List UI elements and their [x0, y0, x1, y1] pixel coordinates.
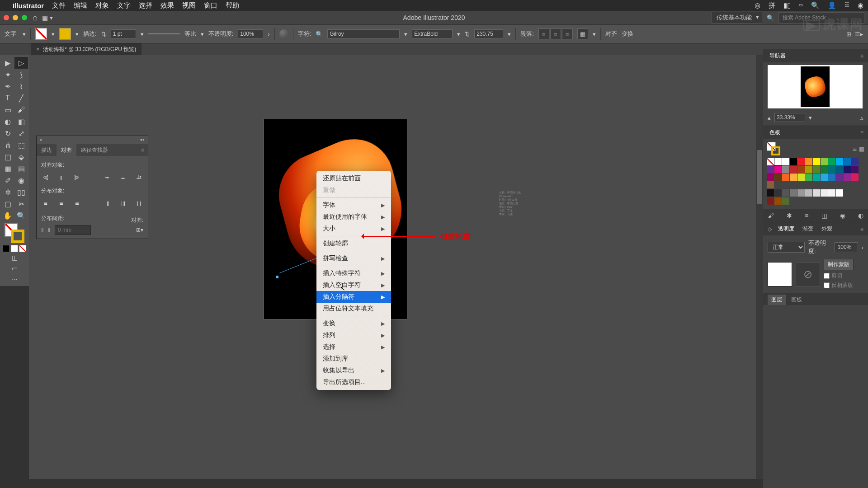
swatch[interactable] [774, 166, 782, 173]
arrange-documents-icon[interactable]: ▦ ▾ [42, 14, 53, 21]
dist-top-button[interactable]: ≡ [41, 197, 50, 208]
column-graph-tool-icon[interactable]: ▯▯ [14, 186, 28, 198]
canvas[interactable]: 名称：中国当代化ChineseArt时间：4月13日地址：中国上海策划：Pila… [29, 55, 763, 479]
gradient-tool-icon[interactable]: ▤ [14, 163, 28, 174]
swatch[interactable] [782, 197, 789, 205]
swatch[interactable] [836, 189, 843, 197]
align-right-button[interactable]: ⫸ [73, 172, 81, 183]
swatch[interactable] [821, 166, 828, 173]
swatch[interactable] [797, 166, 805, 173]
opacity-popup-icon[interactable]: › [268, 31, 269, 38]
swatch[interactable] [767, 174, 774, 181]
mask-thumbnail-none-icon[interactable]: ⊘ [796, 262, 820, 286]
swatch-none[interactable] [767, 158, 774, 165]
context-menu-item[interactable]: 收集以导出▶ [316, 365, 391, 376]
context-menu-item[interactable]: 最近使用的字体▶ [316, 211, 391, 223]
font-family-input[interactable] [327, 29, 400, 38]
eyedropper-tool-icon[interactable]: ✐ [1, 174, 14, 186]
swatches-grid[interactable] [767, 158, 864, 188]
swatch[interactable] [782, 174, 789, 181]
context-menu-item[interactable]: 导出所选项目... [316, 376, 391, 388]
input-method-icon[interactable]: 拼 [769, 1, 775, 10]
swatch[interactable] [813, 166, 820, 173]
swatch[interactable] [836, 174, 843, 181]
stroke-profile-preview[interactable] [148, 30, 180, 38]
spotlight-icon[interactable]: 🔍 [811, 1, 820, 9]
perspective-tool-icon[interactable]: ⬙ [14, 151, 28, 163]
dist-hspace-button[interactable]: ⫵ [48, 227, 50, 233]
preferences-icon[interactable]: ☰▸ [855, 31, 863, 38]
control-center-icon[interactable]: ⠿ [844, 1, 849, 9]
toolbox-stroke-swatch[interactable] [11, 230, 24, 243]
rectangle-tool-icon[interactable]: ▭ [1, 104, 14, 116]
stroke-swatch[interactable] [59, 28, 71, 40]
swatch[interactable] [767, 189, 774, 197]
context-menu-item[interactable]: 插入空白字符▶ [316, 279, 391, 291]
app-name[interactable]: Illustrator [13, 2, 44, 9]
swatch[interactable] [767, 166, 774, 173]
close-window-icon[interactable] [4, 15, 9, 20]
clip-checkbox[interactable] [824, 273, 830, 279]
context-menu-item[interactable]: 变换▶ [316, 318, 391, 329]
wifi-icon[interactable]: ⌔ [799, 2, 803, 9]
swatch[interactable] [851, 174, 859, 181]
swatch[interactable] [851, 158, 859, 165]
blend-tool-icon[interactable]: ◉ [14, 174, 28, 186]
transp-opacity-input[interactable] [835, 242, 858, 252]
swatches-gray-row[interactable] [767, 189, 864, 197]
menu-select[interactable]: 选择 [139, 1, 152, 10]
swatch[interactable] [828, 158, 835, 165]
shaper-tool-icon[interactable]: ◐ [1, 116, 14, 127]
nav-zoom-out-icon[interactable]: ▴ [768, 114, 771, 121]
dist-hcenter-button[interactable]: ⫼ [119, 197, 127, 208]
dist-left-button[interactable]: ⫼ [103, 197, 112, 208]
swatch[interactable] [790, 158, 797, 165]
menu-object[interactable]: 对象 [95, 1, 109, 10]
swatch[interactable] [790, 166, 797, 173]
graphic-styles-icon[interactable]: ◫ [821, 212, 827, 219]
swatch[interactable] [828, 189, 835, 197]
hand-tool-icon[interactable]: ✋ [1, 210, 14, 221]
menu-edit[interactable]: 编辑 [74, 1, 87, 10]
line-tool-icon[interactable]: ╱ [14, 92, 28, 104]
navigator-panel-tab[interactable]: 导航器 [768, 51, 788, 61]
layers-tab[interactable]: 图层 [768, 295, 786, 305]
stroke-weight-dropdown-icon[interactable]: ▾ [141, 31, 144, 38]
swatch[interactable] [844, 158, 851, 165]
slice-tool-icon[interactable]: ✂ [14, 198, 28, 210]
gradient-tab[interactable]: 渐变 [801, 224, 815, 234]
dist-vspace-button[interactable]: ⫴ [41, 227, 43, 233]
stroke-dropdown-icon[interactable]: ▾ [75, 31, 79, 38]
pen-tool-icon[interactable]: ✒ [1, 80, 14, 92]
artboards-tab[interactable]: 画板 [788, 295, 806, 305]
paintbrush-tool-icon[interactable]: 🖌 [14, 104, 28, 116]
zoom-tool-icon[interactable]: 🔍 [14, 210, 28, 221]
context-menu-item[interactable]: 创建轮廓 [316, 238, 391, 249]
maximize-window-icon[interactable] [22, 15, 27, 20]
spacing-input[interactable] [55, 225, 91, 235]
panel-tab-pathfinder[interactable]: 路径查找器 [76, 144, 113, 156]
swatch[interactable] [797, 158, 805, 165]
swatch[interactable] [813, 189, 820, 197]
curvature-tool-icon[interactable]: ⌇ [14, 80, 28, 92]
symbols-icon[interactable]: ✱ [787, 212, 792, 219]
appearance-tab[interactable]: 外观 [820, 224, 834, 234]
opacity-input[interactable] [238, 29, 263, 38]
stroke-weight-stepper-icon[interactable]: ⇅ [101, 31, 106, 38]
menu-type[interactable]: 文字 [117, 1, 131, 10]
align-vcenter-button[interactable]: ⫠ [119, 172, 127, 183]
swatch[interactable] [774, 197, 782, 205]
dist-bottom-button[interactable]: ≡ [73, 197, 81, 208]
swatch[interactable] [836, 158, 843, 165]
menu-window[interactable]: 窗口 [204, 1, 217, 10]
stroke-panel-icon[interactable]: ≡ [805, 212, 808, 219]
stroke-weight-input[interactable] [111, 29, 136, 38]
context-menu-item[interactable]: 排列▶ [316, 329, 391, 341]
swatch[interactable] [797, 174, 805, 181]
magic-wand-tool-icon[interactable]: ✦ [1, 69, 14, 80]
align-link-label[interactable]: 对齐 [605, 30, 617, 38]
direct-selection-tool-icon[interactable]: ▷ [14, 57, 28, 69]
free-transform-tool-icon[interactable]: ⬚ [14, 139, 28, 151]
swatch[interactable] [821, 158, 828, 165]
align-top-button[interactable]: ⫟ [103, 172, 112, 183]
